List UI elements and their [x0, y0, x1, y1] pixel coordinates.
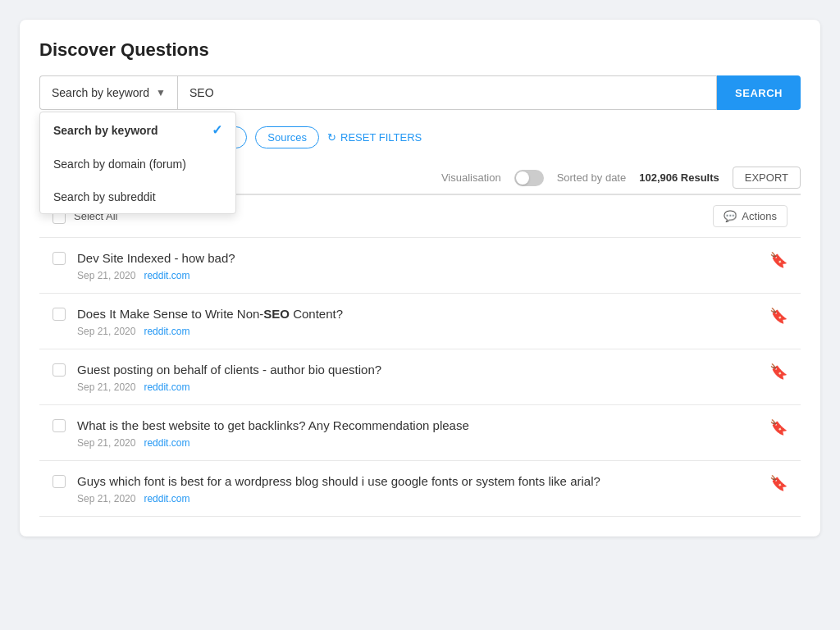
search-type-label: Search by keyword: [52, 86, 149, 99]
toggle-knob: [516, 171, 529, 185]
result-meta: Sep 21, 2020 reddit.com: [77, 381, 758, 393]
dropdown-item-subreddit[interactable]: Search by subreddit: [40, 180, 235, 213]
result-date: Sep 21, 2020: [77, 270, 135, 281]
result-source[interactable]: reddit.com: [144, 326, 189, 337]
results-list: Select All 💬 Actions Dev Site Indexed - …: [39, 195, 801, 517]
bookmark-icon[interactable]: 🔖: [769, 418, 788, 436]
item-checkbox[interactable]: [52, 252, 66, 265]
item-checkbox[interactable]: [52, 308, 66, 321]
list-item: Guys which font is best for a wordpress …: [39, 461, 801, 517]
item-checkbox[interactable]: [52, 419, 66, 432]
result-content: Guys which font is best for a wordpress …: [77, 472, 758, 504]
bookmark-icon[interactable]: 🔖: [769, 251, 788, 269]
reset-filters-button[interactable]: ↻ RESET FILTERS: [327, 131, 422, 144]
result-meta: Sep 21, 2020 reddit.com: [77, 493, 758, 504]
sorted-label: Sorted by date: [557, 171, 627, 184]
result-meta: Sep 21, 2020 reddit.com: [77, 270, 758, 281]
reset-filters-label: RESET FILTERS: [340, 131, 422, 144]
actions-icon: 💬: [724, 210, 737, 222]
dropdown-item-subreddit-label: Search by subreddit: [53, 190, 156, 203]
result-source[interactable]: reddit.com: [144, 381, 189, 393]
result-source[interactable]: reddit.com: [144, 493, 189, 504]
result-title[interactable]: What is the best website to get backlink…: [77, 417, 758, 434]
list-item: Dev Site Indexed - how bad? Sep 21, 2020…: [39, 238, 801, 294]
search-type-dropdown[interactable]: Search by keyword ▼: [39, 75, 177, 110]
check-icon: ✓: [212, 122, 222, 138]
dropdown-item-keyword[interactable]: Search by keyword ✓: [40, 112, 235, 148]
dropdown-item-domain-label: Search by domain (forum): [53, 158, 186, 171]
result-content: Dev Site Indexed - how bad? Sep 21, 2020…: [77, 249, 758, 281]
bookmark-icon[interactable]: 🔖: [769, 307, 788, 325]
refresh-icon: ↻: [327, 131, 336, 144]
search-bar: Search by keyword ▼ SEARCH Search by key…: [39, 75, 801, 110]
result-title[interactable]: Dev Site Indexed - how bad?: [77, 249, 758, 267]
result-date: Sep 21, 2020: [77, 381, 135, 393]
bookmark-icon[interactable]: 🔖: [769, 363, 788, 381]
result-meta: Sep 21, 2020 reddit.com: [77, 326, 758, 337]
list-item: Guest posting on behalf of clients - aut…: [39, 349, 801, 405]
result-content: Guest posting on behalf of clients - aut…: [77, 361, 758, 393]
result-date: Sep 21, 2020: [77, 326, 135, 337]
result-source[interactable]: reddit.com: [144, 270, 189, 281]
dropdown-item-domain[interactable]: Search by domain (forum): [40, 148, 235, 180]
chevron-down-icon: ▼: [156, 87, 166, 98]
result-date: Sep 21, 2020: [77, 493, 135, 504]
visualisation-toggle[interactable]: [514, 170, 544, 186]
item-checkbox[interactable]: [52, 475, 66, 488]
search-input[interactable]: [177, 75, 717, 110]
result-source[interactable]: reddit.com: [144, 437, 189, 449]
list-item: Does It Make Sense to Write Non-SEO Cont…: [39, 294, 801, 349]
result-content: Does It Make Sense to Write Non-SEO Cont…: [77, 305, 758, 337]
result-title[interactable]: Does It Make Sense to Write Non-SEO Cont…: [77, 305, 758, 322]
result-meta: Sep 21, 2020 reddit.com: [77, 437, 758, 449]
actions-label: Actions: [742, 210, 777, 222]
dropdown-item-keyword-label: Search by keyword: [53, 124, 158, 137]
results-count: 102,906 Results: [639, 171, 719, 184]
search-button[interactable]: SEARCH: [717, 75, 801, 110]
visualisation-label: Visualisation: [441, 171, 501, 184]
right-controls: Visualisation Sorted by date 102,906 Res…: [441, 167, 801, 189]
export-button[interactable]: EXPORT: [733, 167, 801, 189]
filter-sources[interactable]: Sources: [255, 126, 319, 148]
page-title: Discover Questions: [39, 39, 801, 61]
item-checkbox[interactable]: [52, 363, 66, 377]
actions-button[interactable]: 💬 Actions: [713, 205, 788, 227]
result-title[interactable]: Guys which font is best for a wordpress …: [77, 472, 758, 490]
list-item: What is the best website to get backlink…: [39, 405, 801, 461]
result-content: What is the best website to get backlink…: [77, 417, 758, 449]
search-type-menu: Search by keyword ✓ Search by domain (fo…: [39, 112, 236, 214]
bookmark-icon[interactable]: 🔖: [769, 474, 788, 492]
result-date: Sep 21, 2020: [77, 437, 135, 449]
result-title[interactable]: Guest posting on behalf of clients - aut…: [77, 361, 758, 378]
